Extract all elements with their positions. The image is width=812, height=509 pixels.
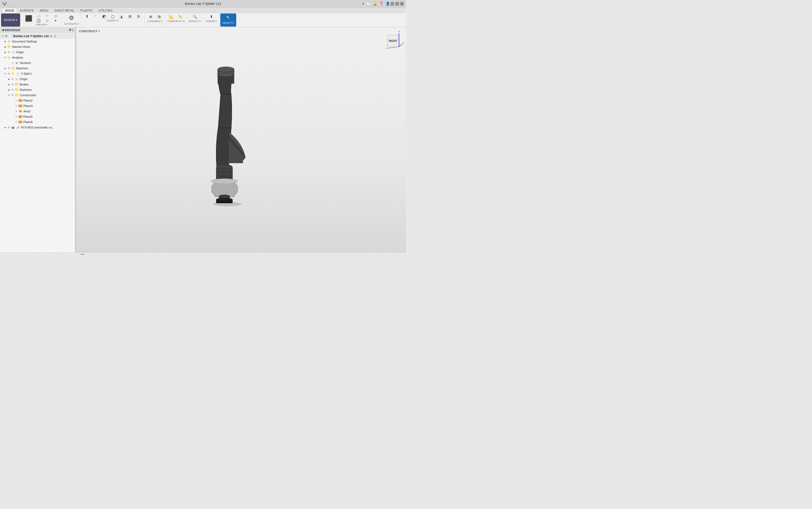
press-pull-btn[interactable]: ⬆ xyxy=(83,14,91,19)
insert-label[interactable]: INSERT ▾ xyxy=(206,20,217,23)
inspect-btn[interactable]: 🔍 xyxy=(191,14,199,19)
assemble-label[interactable]: ASSEMBLE ▾ xyxy=(147,20,163,23)
tab-utilities[interactable]: UTILITIES xyxy=(96,8,115,13)
minimize-btn[interactable]: – xyxy=(390,2,394,6)
profile-icon[interactable]: 👤 xyxy=(386,2,390,6)
origin-eye[interactable]: 👁 xyxy=(7,51,11,54)
insert-btn[interactable]: ⬇ xyxy=(207,14,215,19)
playback-play-btn[interactable]: ▶ xyxy=(14,253,20,255)
browser-settings-icon[interactable]: ⚙ xyxy=(69,28,71,32)
tree-item-plane2[interactable]: 👁 Plane2 xyxy=(0,98,75,103)
extrude-btn[interactable]: ⬜ xyxy=(34,14,42,18)
draft-btn[interactable]: ◮ xyxy=(117,14,126,19)
sketches2-eye[interactable]: 👁 xyxy=(11,89,14,91)
new-component-btn[interactable]: ⬛ xyxy=(23,14,34,23)
assemble-btn1[interactable]: ⊕ xyxy=(147,14,155,19)
construct-btn2[interactable]: 📏 xyxy=(176,14,184,19)
root-publish-icon[interactable]: ● xyxy=(53,34,57,38)
bodies-eye[interactable]: 👁 xyxy=(11,83,14,86)
view-cube[interactable]: RIGHT X Z xyxy=(385,30,404,52)
tree-item-named-views[interactable]: ▶ 📁 Named Views xyxy=(0,44,75,49)
tree-item-axis2[interactable]: 👁 Axis2 xyxy=(0,109,75,114)
tree-item-origin2[interactable]: ▶ 👁 ◎ Origin xyxy=(0,76,75,82)
help-icon[interactable]: ❓ xyxy=(379,2,383,6)
browser-resize-icon[interactable]: | xyxy=(73,28,73,32)
sweep-btn[interactable]: 〰 xyxy=(43,14,51,18)
notification-icon[interactable]: 🔔 xyxy=(373,2,377,6)
tab-sheet-metal[interactable]: SHEET METAL xyxy=(51,8,77,13)
fillet-btn[interactable]: ◜ xyxy=(92,14,100,19)
zoom-fit-btn[interactable]: 🔎 xyxy=(55,253,60,255)
tab-solid[interactable]: SOLID xyxy=(2,8,17,13)
playback-next-btn[interactable]: ▶| xyxy=(21,253,26,255)
tab-surface[interactable]: SURFACE xyxy=(17,8,37,13)
construct-label[interactable]: CONSTRUCT ▾ xyxy=(167,20,185,23)
inspect-label[interactable]: INSPECT ▾ xyxy=(189,20,201,23)
assemble-btn2[interactable]: ⊞ xyxy=(155,14,163,19)
section1-eye[interactable]: 👁 xyxy=(11,62,14,65)
root-settings-icon[interactable]: ⚙ xyxy=(50,35,52,38)
tree-item-plane5[interactable]: 👁 Plane5 xyxy=(0,114,75,119)
tree-item-origin[interactable]: ▶ 👁 ◎ Origin xyxy=(0,49,75,55)
sketches-top-eye[interactable]: 👁 xyxy=(7,67,11,70)
camera-btn[interactable]: 📷 xyxy=(42,253,48,255)
tree-item-doc-settings[interactable]: ▶ ⚙ Document Settings xyxy=(0,39,75,44)
svg-point-21 xyxy=(213,202,242,206)
plane5-eye[interactable]: 👁 xyxy=(14,115,18,118)
plane3-eye[interactable]: 👁 xyxy=(14,105,18,107)
ysplit-eye[interactable]: 👁 xyxy=(7,72,11,75)
tree-item-analysis[interactable]: ▼ 📁 Analysis xyxy=(0,55,75,60)
tree-item-root[interactable]: ▼ 👁 📄 Bambu Lab Y-Splitter v12 ⚙ ● xyxy=(0,33,75,39)
close-btn[interactable]: ✕ xyxy=(400,2,404,6)
tree-item-sketches2[interactable]: ▶ 👁 📁 Sketches xyxy=(0,87,75,93)
plane6-eye[interactable]: 👁 xyxy=(14,121,18,124)
environment-btn[interactable]: ⬛ xyxy=(79,253,85,255)
playback-end-btn[interactable]: ⏭ xyxy=(27,253,33,255)
display-mode-btn[interactable]: ◎ xyxy=(61,253,66,255)
modify-label[interactable]: MODIFY ▾ xyxy=(107,19,118,22)
construction-eye[interactable]: 👁 xyxy=(11,94,14,97)
chamfer-btn[interactable]: ◩ xyxy=(100,14,108,19)
grid-btn[interactable]: ⊞ xyxy=(73,253,79,255)
tree-item-sketches-top[interactable]: ▶ 👁 📁 Sketches xyxy=(0,66,75,71)
root-eye[interactable]: 👁 xyxy=(4,35,8,38)
pc4m10-eye[interactable]: 👁 xyxy=(7,126,11,129)
playback-prev-btn[interactable]: ◀ xyxy=(8,253,13,255)
extra-create-icon: ✦ xyxy=(54,19,57,22)
browser-collapse-btn[interactable]: ◀ xyxy=(2,28,4,32)
tab-plastic[interactable]: PLASTIC xyxy=(77,8,96,13)
scale-btn[interactable]: ⊞ xyxy=(126,14,134,19)
origin2-eye[interactable]: 👁 xyxy=(11,78,14,80)
add-tab-btn[interactable]: + xyxy=(362,2,364,6)
select-btn[interactable]: ↖ xyxy=(224,14,232,21)
tree-item-plane3[interactable]: 👁 Plane3 xyxy=(0,103,75,109)
maximize-btn[interactable]: □ xyxy=(395,2,399,6)
design-button[interactable]: DESIGN ▾ xyxy=(1,13,20,27)
automate-label[interactable]: AUTOMATE ▾ xyxy=(64,23,79,25)
plane2-eye[interactable]: 👁 xyxy=(14,99,18,102)
orient-btn[interactable]: ⊕ xyxy=(36,253,42,255)
select-label[interactable]: SELECT ▾ xyxy=(222,22,234,24)
tree-item-bodies[interactable]: ▶ 👁 📁 Bodies xyxy=(0,82,75,87)
revolve-btn[interactable]: 🔄 xyxy=(34,19,42,23)
rib-btn[interactable]: ⬡ xyxy=(51,14,60,18)
visual-style-btn[interactable]: ▣ xyxy=(67,253,73,255)
tab-mesh[interactable]: MESH xyxy=(37,8,51,13)
tree-item-plane6[interactable]: 👁 Plane6 xyxy=(0,119,75,125)
axis2-eye[interactable]: 👁 xyxy=(14,110,18,113)
shell-btn[interactable]: ▢ xyxy=(109,14,117,19)
doc-settings-arrow: ▶ xyxy=(4,40,7,43)
create-label[interactable]: CREATE ▾ xyxy=(36,23,47,26)
extra-create-btn[interactable]: ✦ xyxy=(51,19,60,23)
loft-btn[interactable]: ◇ xyxy=(43,19,51,23)
tree-item-section1[interactable]: 👁 ⊞ Section1 xyxy=(0,60,75,66)
playback-start-btn[interactable]: |◀ xyxy=(2,253,7,255)
automate-btn[interactable]: ⚙ xyxy=(67,14,76,22)
tree-item-pc4m10[interactable]: ▶ 👁 📦 🔗 PC4-M10 pneumatic co... xyxy=(0,125,75,130)
tree-item-construction[interactable]: ▼ 👁 📁 Construction xyxy=(0,93,75,98)
tree-item-ysplit[interactable]: ▼ 👁 📁 ◻ Y-Split:1 xyxy=(0,71,75,76)
pan-btn[interactable]: ✋ xyxy=(49,253,54,255)
fx-btn[interactable]: fx xyxy=(135,14,143,19)
viewport[interactable]: CONSTRUCT > xyxy=(76,27,406,252)
construct-btn1[interactable]: 📐 xyxy=(168,14,176,19)
